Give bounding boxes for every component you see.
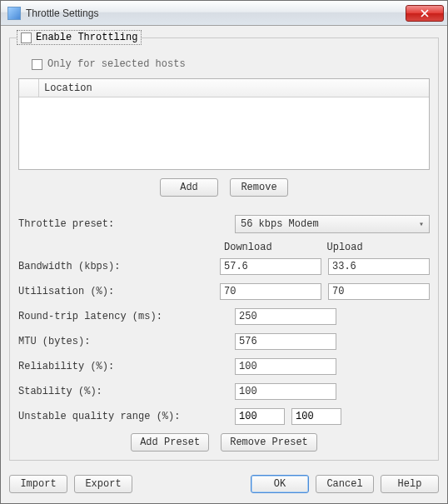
utilisation-upload-input[interactable]	[328, 283, 430, 300]
location-list[interactable]: Location	[18, 78, 430, 170]
latency-row: Round-trip latency (ms):	[18, 308, 430, 325]
bandwidth-row: Bandwidth (kbps):	[18, 258, 430, 275]
close-button[interactable]	[406, 5, 444, 22]
help-button[interactable]: Help	[381, 475, 439, 493]
preset-combo[interactable]: 56 kbps Modem ▾	[235, 215, 430, 233]
selected-hosts-checkbox[interactable]: Only for selected hosts	[32, 58, 430, 70]
stability-input[interactable]	[235, 383, 336, 400]
unstable-range-label: Unstable quality range (%):	[18, 411, 235, 422]
bandwidth-upload-input[interactable]	[328, 258, 430, 275]
utilisation-row: Utilisation (%):	[18, 283, 430, 300]
preset-label: Throttle preset:	[18, 218, 235, 230]
column-headers: Download Upload	[18, 242, 430, 253]
utilisation-download-input[interactable]	[220, 283, 321, 300]
preset-buttons: Add Preset Remove Preset	[18, 433, 430, 452]
app-icon	[7, 7, 21, 20]
stability-label: Stability (%):	[18, 386, 235, 397]
reliability-label: Reliability (%):	[18, 361, 235, 372]
mtu-label: MTU (bytes):	[18, 336, 235, 347]
ok-button[interactable]: OK	[251, 475, 309, 493]
reliability-input[interactable]	[235, 358, 336, 375]
reliability-row: Reliability (%):	[18, 358, 430, 375]
upload-header: Upload	[327, 242, 431, 253]
download-header: Download	[224, 242, 327, 253]
enable-throttling-checkbox[interactable]: Enable Throttling	[17, 30, 142, 45]
close-icon	[421, 9, 429, 17]
utilisation-label: Utilisation (%):	[18, 286, 220, 297]
throttling-groupbox: Enable Throttling Only for selected host…	[9, 37, 439, 461]
unstable-min-input[interactable]	[235, 408, 285, 425]
add-preset-button[interactable]: Add Preset	[131, 433, 209, 452]
preset-value: 56 kbps Modem	[241, 218, 319, 230]
export-button[interactable]: Export	[74, 475, 132, 493]
unstable-range-row: Unstable quality range (%):	[18, 408, 430, 425]
stability-row: Stability (%):	[18, 383, 430, 400]
selected-hosts-label: Only for selected hosts	[47, 58, 186, 70]
location-column-header[interactable]: Location	[39, 82, 92, 94]
latency-input[interactable]	[235, 308, 336, 325]
latency-label: Round-trip latency (ms):	[18, 311, 235, 322]
mtu-input[interactable]	[235, 333, 336, 350]
remove-preset-button[interactable]: Remove Preset	[221, 433, 317, 452]
remove-button[interactable]: Remove	[230, 178, 288, 197]
title-bar: Throttle Settings	[1, 1, 447, 26]
bottom-bar: Import Export OK Cancel Help	[1, 468, 447, 503]
throttle-settings-window: Throttle Settings Enable Throttling Only…	[0, 0, 448, 504]
add-button[interactable]: Add	[160, 178, 218, 197]
location-list-header: Location	[19, 79, 429, 97]
chevron-down-icon: ▾	[419, 219, 424, 229]
import-button[interactable]: Import	[9, 475, 67, 493]
preset-row: Throttle preset: 56 kbps Modem ▾	[18, 215, 430, 233]
checkbox-icon	[21, 32, 32, 43]
checkbox-icon	[32, 59, 42, 70]
enable-throttling-label: Enable Throttling	[36, 32, 137, 43]
content-area: Enable Throttling Only for selected host…	[1, 26, 447, 468]
location-buttons: Add Remove	[18, 178, 430, 197]
unstable-max-input[interactable]	[291, 408, 341, 425]
cancel-button[interactable]: Cancel	[316, 475, 374, 493]
bandwidth-download-input[interactable]	[220, 258, 321, 275]
mtu-row: MTU (bytes):	[18, 333, 430, 350]
bandwidth-label: Bandwidth (kbps):	[18, 261, 220, 272]
form-area: Throttle preset: 56 kbps Modem ▾ Downloa…	[18, 215, 430, 452]
window-title: Throttle Settings	[26, 7, 406, 19]
header-spacer	[19, 79, 39, 97]
